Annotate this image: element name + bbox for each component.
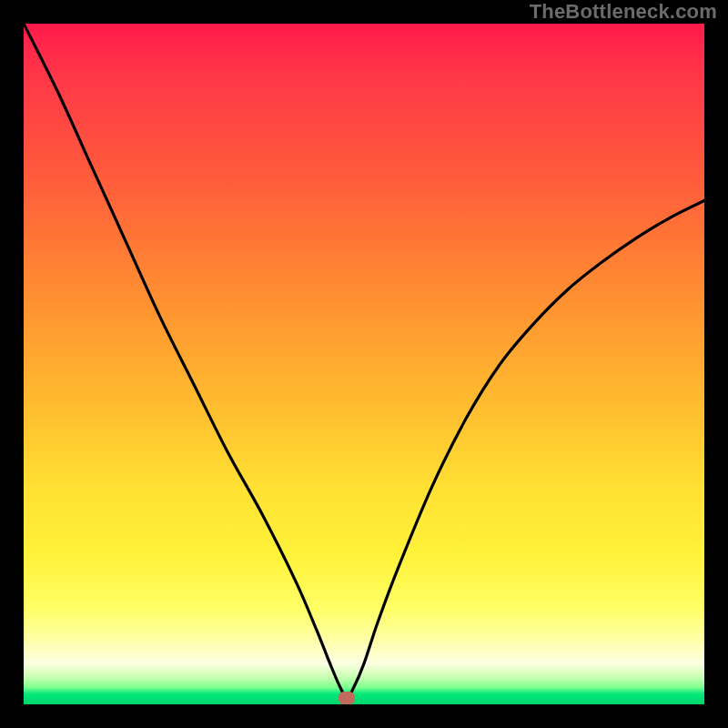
plot-area	[24, 24, 704, 704]
chart-frame: TheBottleneck.com	[0, 0, 728, 728]
watermark-text: TheBottleneck.com	[530, 0, 717, 24]
bottleneck-curve	[24, 24, 704, 704]
optimum-marker	[339, 692, 355, 704]
